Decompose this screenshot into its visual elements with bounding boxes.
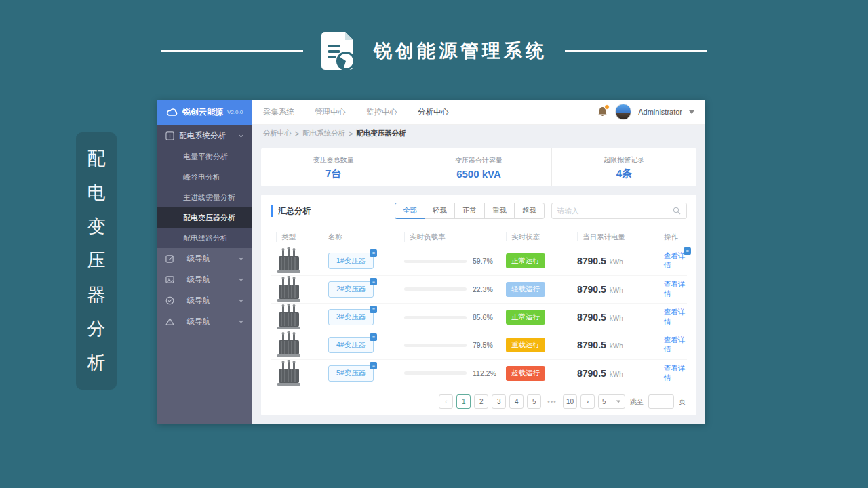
transformer-name-button[interactable]: 1#变压器≡: [328, 253, 374, 269]
load-filter-group: 全部 轻载 正常 重载 超载: [395, 203, 545, 219]
load-percent: 112.2%: [473, 369, 496, 378]
filter-light-button[interactable]: 轻载: [425, 203, 455, 219]
filter-normal-button[interactable]: 正常: [454, 203, 485, 219]
notification-bell-icon[interactable]: [597, 106, 608, 118]
view-details-link[interactable]: 查看详情: [664, 280, 687, 299]
caption-char: 电: [87, 184, 106, 202]
sidebar-item-nav-2[interactable]: 一级导航: [157, 269, 252, 290]
view-details-link[interactable]: 查看详情: [664, 364, 687, 383]
transformer-icon: [276, 331, 302, 359]
topnav-item-management[interactable]: 管理中心: [315, 107, 346, 117]
app-logo: 锐创云能源 V2.0.0: [157, 100, 252, 125]
transformer-name-button[interactable]: 5#变压器≡: [328, 365, 374, 382]
col-header-action: 操作: [664, 232, 678, 241]
search-input[interactable]: [557, 207, 669, 215]
page-unit-label: 页: [679, 397, 686, 407]
view-details-link[interactable]: 查看详情≡: [664, 251, 687, 270]
energy-unit: kWh: [610, 287, 623, 294]
summary-title: 汇总分析: [271, 205, 311, 217]
transformer-name-button[interactable]: 3#变压器≡: [328, 309, 374, 325]
table-row: 4#变压器≡ 79.5% 重载运行 8790.5kWh 查看详情: [271, 331, 687, 359]
table-row: 5#变压器≡ 112.2% 超载运行 8790.5kWh 查看详情: [271, 359, 687, 387]
stat-alarm-records: 超限报警记录 4条: [551, 148, 696, 186]
sidebar-item-peak-valley[interactable]: 峰谷电分析: [157, 167, 252, 187]
filter-heavy-button[interactable]: 重载: [484, 203, 515, 219]
status-badge: 重载运行: [506, 338, 545, 352]
page-button-5[interactable]: 5: [527, 394, 541, 409]
breadcrumb-item[interactable]: 配电系统分析: [302, 129, 345, 138]
page-button-2[interactable]: 2: [474, 394, 488, 409]
detail-badge-icon: ≡: [370, 249, 377, 257]
caption-char: 配: [87, 150, 106, 168]
sidebar-item-label: 一级导航: [179, 274, 233, 285]
sidebar-item-line-analysis[interactable]: 配电线路分析: [157, 228, 252, 248]
col-header-type: 类型: [276, 232, 296, 242]
next-page-button[interactable]: ›: [580, 394, 595, 409]
stat-transformer-count: 变压器总数量 7台: [261, 148, 406, 186]
stat-label: 变压器合计容量: [455, 156, 502, 165]
detail-badge-icon: ≡: [370, 278, 377, 285]
page-button-4[interactable]: 4: [509, 394, 524, 409]
sidebar-item-energy-balance[interactable]: 电量平衡分析: [157, 146, 252, 167]
sidebar-item-main-line-demand[interactable]: 主进线需量分析: [157, 187, 252, 207]
caption-char: 析: [87, 354, 106, 372]
topnav-item-collection[interactable]: 采集系统: [263, 107, 294, 117]
view-details-link[interactable]: 查看详情: [664, 336, 687, 354]
chevron-down-icon: [238, 298, 244, 304]
sidebar-item-label: 一级导航: [179, 296, 233, 306]
user-name[interactable]: Administrator: [638, 108, 682, 116]
sidebar-item-transformer-analysis[interactable]: 配电变压器分析: [157, 207, 252, 228]
page-button-3[interactable]: 3: [492, 394, 506, 409]
summary-card: 汇总分析 全部 轻载 正常 重载 超载: [261, 195, 696, 415]
content-area: 变压器总数量 7台 变压器合计容量 6500 kVA 超限报警记录 4条 汇总分…: [252, 142, 705, 424]
transformer-name-button[interactable]: 4#变压器≡: [328, 337, 374, 353]
prev-page-button[interactable]: ‹: [439, 394, 453, 409]
filter-over-button[interactable]: 超载: [514, 203, 545, 219]
sidebar-item-nav-3[interactable]: 一级导航: [157, 290, 252, 311]
transformer-icon: [276, 247, 302, 274]
user-menu-caret-icon[interactable]: [689, 110, 694, 114]
view-details-link[interactable]: 查看详情: [664, 308, 687, 327]
load-bar: [404, 287, 467, 291]
energy-value: 8790.5: [577, 340, 606, 350]
status-badge: 正常运行: [506, 253, 545, 268]
sidebar-item-nav-1[interactable]: 一级导航: [157, 248, 252, 269]
energy-value: 8790.5: [577, 312, 606, 323]
search-icon[interactable]: [673, 207, 681, 215]
pages-ellipsis[interactable]: •••: [545, 394, 559, 409]
topnav-item-analysis[interactable]: 分析中心: [418, 107, 449, 117]
load-bar: [404, 371, 467, 375]
status-badge: 轻载运行: [506, 282, 545, 297]
energy-unit: kWh: [610, 258, 623, 266]
page-button-10[interactable]: 10: [563, 394, 577, 409]
transformer-name-button[interactable]: 2#变压器≡: [328, 281, 374, 298]
sidebar-group-power-analysis: 配电系统分析 电量平衡分析 峰谷电分析 主进线需量分析 配电变压器分析 配电线路…: [157, 125, 252, 248]
stat-total-capacity: 变压器合计容量 6500 kVA: [406, 148, 551, 186]
caption-char: 分: [87, 320, 106, 338]
breadcrumb-separator: >: [349, 129, 353, 138]
filter-all-button[interactable]: 全部: [395, 203, 425, 219]
warning-triangle-icon: [165, 317, 174, 326]
table-row: 3#变压器≡ 85.6% 正常运行 8790.5kWh 查看详情: [271, 303, 687, 331]
avatar[interactable]: [615, 104, 631, 120]
stat-value: 6500 kVA: [456, 168, 501, 180]
edit-square-icon: [165, 254, 174, 263]
sidebar-item-nav-4[interactable]: 一级导航: [157, 311, 252, 332]
image-icon: [165, 275, 174, 284]
vertical-caption: 配 电 变 压 器 分 析: [76, 132, 117, 390]
load-percent: 59.7%: [473, 257, 493, 265]
page-banner: 锐创能源管理系统: [0, 31, 868, 70]
transformer-table: 类型 名称 实时负载率 实时状态 当日累计电量 操作 1#变压器≡ 59.7% …: [271, 228, 687, 387]
jump-page-input[interactable]: [648, 394, 674, 409]
sidebar-item-power-system-analysis[interactable]: 配电系统分析: [157, 125, 252, 146]
topnav-item-monitoring[interactable]: 监控中心: [366, 107, 397, 117]
table-header-row: 类型 名称 实时负载率 实时状态 当日累计电量 操作: [271, 228, 687, 247]
select-caret-icon: [616, 401, 620, 403]
caption-char: 变: [87, 218, 106, 236]
breadcrumb-item[interactable]: 分析中心: [263, 129, 292, 138]
col-header-load: 实时负载率: [404, 232, 446, 242]
page-size-select[interactable]: 5: [598, 394, 625, 409]
page-button-1[interactable]: 1: [456, 394, 471, 409]
stat-label: 超限报警记录: [604, 155, 644, 165]
stat-value: 4条: [616, 167, 632, 180]
